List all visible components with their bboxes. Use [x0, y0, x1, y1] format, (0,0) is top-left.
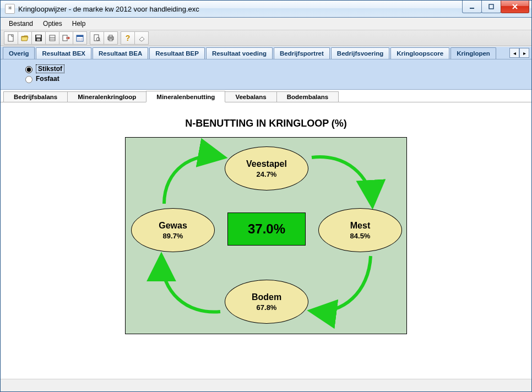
subtab-veebalans[interactable]: Veebalans	[225, 91, 276, 102]
minimize-icon	[469, 3, 475, 10]
svg-rect-6	[36, 35, 41, 37]
svg-marker-23	[139, 37, 144, 41]
node-veestapel-value: 24.7%	[257, 170, 277, 178]
tab-resultaat-voeding[interactable]: Resultaat voeding	[206, 47, 273, 59]
statusbar	[1, 379, 531, 391]
toolbar-preview[interactable]	[90, 31, 104, 45]
cycle-diagram: Veestapel 24.7% Mest 84.5% Bodem 67.8% G…	[125, 137, 407, 334]
close-icon	[511, 3, 519, 10]
export-arrow-icon	[62, 34, 70, 42]
svg-rect-7	[37, 39, 40, 41]
svg-rect-4	[8, 35, 13, 41]
eraser-icon	[138, 34, 145, 42]
radio-stikstof-label: Stikstof	[36, 64, 64, 73]
node-veestapel-label: Veestapel	[246, 159, 287, 169]
center-value: 37.0%	[248, 221, 285, 237]
svg-rect-21	[109, 35, 112, 37]
menubar: Bestand Opties Help	[1, 18, 531, 30]
tab-resultaat-bea[interactable]: Resultaat BEA	[93, 47, 148, 59]
toolbar-help[interactable]: ?	[121, 31, 135, 45]
subtab-bedrijfsbalans[interactable]: Bedrijfsbalans	[3, 91, 68, 102]
radio-fosfaat-input[interactable]	[25, 76, 32, 83]
radio-fosfaat[interactable]: Fosfaat	[23, 74, 523, 84]
radio-fosfaat-label: Fosfaat	[36, 75, 59, 83]
radio-stikstof-input[interactable]	[25, 66, 32, 73]
node-mest: Mest 84.5%	[318, 208, 402, 252]
tab-resultaat-bep[interactable]: Resultaat BEP	[149, 47, 205, 59]
print-grid-icon	[48, 34, 56, 42]
svg-rect-1	[489, 4, 493, 9]
toolbar-erase[interactable]	[134, 31, 149, 45]
toolbar-calendar[interactable]	[73, 31, 87, 45]
tab-bedrijfsportret[interactable]: Bedrijfsportret	[274, 47, 330, 59]
tabs-scroll-left[interactable]: ◂	[509, 48, 519, 58]
tab-overig[interactable]: Overig	[3, 47, 35, 59]
help-icon: ?	[126, 34, 131, 42]
tab-kringloopscore[interactable]: Kringloopscore	[390, 47, 449, 59]
tabs-scroll-right[interactable]: ▸	[519, 48, 529, 58]
center-value-box: 37.0%	[227, 213, 306, 246]
toolbar-export[interactable]	[59, 31, 73, 45]
save-disk-icon	[35, 34, 42, 42]
node-mest-label: Mest	[350, 221, 370, 231]
node-gewas: Gewas 89.7%	[131, 208, 215, 252]
subtab-mineralenbenutting[interactable]: Mineralenbenutting	[146, 91, 225, 102]
maximize-button[interactable]	[481, 1, 501, 13]
content-area: N-BENUTTING IN KRINGLOOP (%) Vee	[1, 102, 531, 379]
main-tab-strip: Overig Resultaat BEX Resultaat BEA Resul…	[1, 46, 531, 59]
toolbar: ?	[1, 30, 531, 46]
tab-kringlopen[interactable]: Kringlopen	[450, 47, 496, 59]
menu-bestand[interactable]: Bestand	[4, 18, 38, 29]
toolbar-open[interactable]	[18, 31, 32, 45]
toolbar-new[interactable]	[4, 31, 18, 45]
node-veestapel: Veestapel 24.7%	[225, 146, 308, 190]
node-bodem: Bodem 67.8%	[225, 280, 308, 324]
element-radio-panel: Stikstof Fosfaat	[1, 59, 531, 90]
tab-bedrijfsvoering[interactable]: Bedrijfsvoering	[331, 47, 389, 59]
calendar-icon	[76, 34, 84, 42]
node-gewas-label: Gewas	[159, 221, 187, 231]
open-folder-icon	[21, 34, 29, 42]
maximize-icon	[488, 3, 495, 10]
chevron-left-icon: ◂	[513, 50, 516, 56]
node-gewas-value: 89.7%	[163, 232, 183, 240]
node-bodem-label: Bodem	[252, 292, 281, 302]
app-icon: ✳	[5, 4, 15, 14]
radio-stikstof[interactable]: Stikstof	[23, 64, 523, 74]
secondary-tab-strip: Bedrijfsbalans Mineralenkringloop Minera…	[1, 90, 531, 102]
menu-opties[interactable]: Opties	[38, 18, 67, 29]
svg-rect-13	[77, 35, 83, 37]
titlebar: ✳ Kringloopwijzer - de marke kw 2012 voo…	[1, 1, 531, 18]
minimize-button[interactable]	[462, 1, 482, 13]
subtab-bodembalans[interactable]: Bodembalans	[276, 91, 339, 102]
new-file-icon	[7, 34, 15, 42]
toolbar-print-setup[interactable]	[45, 31, 59, 45]
menu-help[interactable]: Help	[67, 18, 91, 29]
svg-line-19	[99, 40, 100, 41]
printer-icon	[107, 34, 115, 42]
node-bodem-value: 67.8%	[257, 303, 277, 312]
chevron-right-icon: ▸	[523, 50, 526, 56]
close-button[interactable]	[501, 1, 529, 13]
toolbar-save[interactable]	[31, 31, 46, 45]
svg-rect-22	[109, 39, 112, 41]
window-title: Kringloopwijzer - de marke kw 2012 voor …	[18, 5, 462, 13]
subtab-mineralenkringloop[interactable]: Mineralenkringloop	[67, 91, 146, 102]
app-window: ✳ Kringloopwijzer - de marke kw 2012 voo…	[0, 0, 532, 392]
tab-resultaat-bex[interactable]: Resultaat BEX	[36, 47, 91, 59]
svg-rect-8	[50, 35, 55, 41]
page-preview-icon	[93, 34, 101, 42]
chart-title: N-BENUTTING IN KRINGLOOP (%)	[10, 118, 522, 129]
node-mest-value: 84.5%	[350, 232, 371, 240]
toolbar-print[interactable]	[104, 31, 118, 45]
